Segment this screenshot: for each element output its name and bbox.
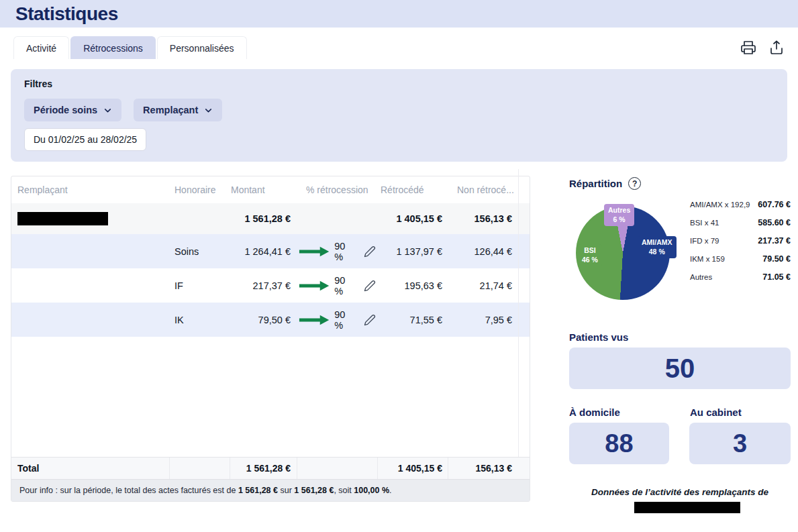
- col-remplacant: Remplaçant: [11, 184, 169, 195]
- cabinet-value: 3: [689, 423, 791, 464]
- legend-item: Autres 71.05 €: [690, 272, 791, 282]
- montant-value: 1 264,41 €: [230, 246, 297, 257]
- legend-value: 217.37 €: [758, 236, 791, 246]
- panel-footer-note: Données de l’activité des remplaçants de: [569, 487, 791, 497]
- legend-item: IKM x 159 79.50 €: [690, 254, 791, 264]
- date-range-button[interactable]: Du 01/02/25 au 28/02/25: [24, 128, 146, 151]
- total-label: Total: [11, 458, 169, 479]
- montant-value: 79,50 €: [230, 315, 297, 325]
- edit-retrocession-button[interactable]: [362, 278, 377, 293]
- chevron-down-icon: [204, 106, 213, 115]
- legend-label: IFD x 79: [690, 237, 719, 245]
- pie-slice-pct: 6 %: [608, 215, 630, 225]
- pie-label-bsi: BSI 46 %: [578, 244, 602, 266]
- honoraire-type: IK: [169, 315, 230, 325]
- non-retrocede-value: 7,95 €: [448, 315, 530, 325]
- total-retrocede: 1 405,15 €: [377, 458, 448, 479]
- tab-activite[interactable]: Activité: [13, 36, 69, 59]
- periode-soins-label: Période soins: [34, 105, 97, 115]
- help-icon[interactable]: ?: [628, 177, 641, 190]
- table-row-ik: IK 79,50 € 90 % 71,55 € 7,95 €: [11, 303, 530, 337]
- pie-slice-name: AMI/AMX: [642, 238, 672, 248]
- pie-slice-pct: 48 %: [642, 248, 672, 257]
- repartition-chart: Autres 6 % AMI/AMX 48 % BSI 46 %: [569, 203, 680, 305]
- export-button[interactable]: [767, 38, 786, 57]
- footnote-part: .: [389, 486, 391, 495]
- printer-icon: [740, 40, 756, 56]
- retrocede-value: 195,63 €: [377, 280, 448, 291]
- legend-label: IKM x 159: [690, 255, 725, 263]
- pie-slice-name: BSI: [582, 246, 598, 256]
- remplacant-label: Remplaçant: [143, 105, 198, 115]
- legend-label: BSI x 41: [690, 219, 719, 227]
- montant-value: 217,37 €: [230, 280, 297, 291]
- table-total-row: Total 1 561,28 € 1 405,15 € 156,13 €: [11, 457, 530, 479]
- chevron-down-icon: [103, 106, 112, 115]
- tab-personnalisees[interactable]: Personnalisées: [157, 36, 247, 59]
- col-pct-retrocession: % rétrocession: [297, 184, 377, 195]
- export-icon: [768, 40, 785, 56]
- table-row-summary: 1 561,28 € 1 405,15 € 156,13 €: [11, 203, 530, 234]
- total-montant: 1 561,28 €: [230, 458, 297, 479]
- patients-vus-label: Patients vus: [569, 331, 628, 343]
- summary-non-retrocede: 156,13 €: [448, 213, 530, 224]
- footnote-part: sur: [278, 486, 294, 495]
- summary-retrocede: 1 405,15 €: [377, 213, 448, 224]
- tab-bar: Activité Rétrocessions Personnalisées: [13, 36, 787, 59]
- honoraire-type: IF: [169, 280, 230, 291]
- pie-label-autres: Autres 6 %: [604, 204, 634, 226]
- filters-row: Période soins Remplaçant: [24, 99, 774, 121]
- retrocede-value: 71,55 €: [377, 315, 448, 325]
- table-row-if: IF 217,37 € 90 % 195,63 € 21,74 €: [11, 268, 530, 303]
- total-non-retrocede: 156,13 €: [448, 458, 530, 479]
- legend-value: 71.05 €: [762, 272, 791, 282]
- page-title: Statistiques: [0, 0, 798, 26]
- filters-panel: Filtres Période soins Remplaçant Du 01/0…: [11, 69, 787, 162]
- repartition-title: Répartition: [569, 178, 622, 189]
- cabinet-label: Au cabinet: [690, 407, 742, 418]
- legend-value: 607.76 €: [758, 200, 791, 209]
- legend-item: IFD x 79 217.37 €: [690, 236, 791, 246]
- pencil-icon: [364, 314, 376, 326]
- pencil-icon: [364, 280, 376, 292]
- retrocession-pct: 90 %: [334, 241, 356, 262]
- arrow-right-icon: [298, 314, 330, 326]
- table-empty-space: [11, 337, 530, 457]
- legend-label: AMI/AMX x 192,9: [690, 201, 750, 209]
- summary-montant: 1 561,28 €: [230, 213, 297, 224]
- legend-value: 79.50 €: [762, 254, 791, 264]
- legend-item: AMI/AMX x 192,9 607.76 €: [690, 200, 791, 209]
- periode-soins-dropdown[interactable]: Période soins: [24, 99, 121, 121]
- col-non-retrocede: Non rétrocé...: [448, 184, 530, 195]
- tab-retrocessions[interactable]: Rétrocessions: [70, 36, 156, 59]
- footnote-total-facture: 1 561,28 €: [238, 486, 278, 495]
- repartition-legend: AMI/AMX x 192,9 607.76 € BSI x 41 585.60…: [690, 200, 791, 290]
- non-retrocede-value: 126,44 €: [448, 246, 530, 257]
- footnote-part: , soit: [334, 486, 354, 495]
- redacted-remplacant-name-footer: [634, 502, 740, 513]
- right-panel: Répartition ? Autres 6 % AMI/AMX 48 % BS…: [569, 176, 791, 525]
- footnote-pct: 100,00 %: [354, 486, 389, 495]
- toolbar-actions: [739, 36, 787, 59]
- non-retrocede-value: 21,74 €: [448, 280, 530, 291]
- pie-slice-name: Autres: [608, 206, 630, 215]
- legend-value: 585.60 €: [758, 218, 791, 227]
- edit-retrocession-button[interactable]: [362, 313, 377, 327]
- print-button[interactable]: [739, 38, 758, 57]
- arrow-right-icon: [298, 246, 330, 258]
- filters-title: Filtres: [24, 78, 774, 89]
- footnote-part: Pour info : sur la période, le total des…: [19, 486, 238, 495]
- legend-label: Autres: [690, 273, 712, 281]
- remplacant-dropdown[interactable]: Remplaçant: [134, 99, 222, 121]
- retrocession-pct: 90 %: [334, 275, 356, 297]
- domicile-label: À domicile: [569, 407, 620, 418]
- pie-label-ami-amx: AMI/AMX 48 %: [638, 236, 677, 258]
- col-honoraire: Honoraire: [169, 184, 230, 195]
- table-scroll-divider: [518, 169, 519, 457]
- edit-retrocession-button[interactable]: [362, 244, 377, 259]
- table-row-soins: Soins 1 264,41 € 90 % 1 137,97 € 126,44 …: [11, 234, 530, 268]
- pencil-icon: [364, 246, 376, 258]
- arrow-right-icon: [298, 280, 330, 292]
- table-footnote: Pour info : sur la période, le total des…: [11, 479, 530, 501]
- page-header: Statistiques: [0, 0, 798, 28]
